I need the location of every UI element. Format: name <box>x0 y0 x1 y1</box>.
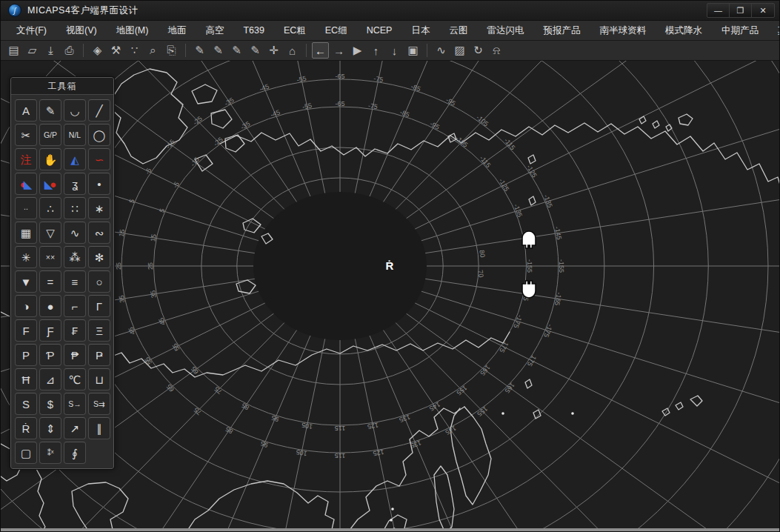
tools-button[interactable]: ⚒ <box>107 42 124 59</box>
home-button[interactable]: ⌂ <box>284 42 301 59</box>
tool-circle-half[interactable]: ◑ <box>15 295 37 317</box>
tool-s-arrow-2[interactable]: S⇉ <box>88 393 110 415</box>
tool-barb-gamma[interactable]: Γ <box>88 295 110 317</box>
tool-barb-f4[interactable]: Ξ <box>88 319 110 342</box>
menu-item-6[interactable]: T639 <box>233 21 274 40</box>
layers-button[interactable]: ◈ <box>89 42 106 59</box>
map-marker-2[interactable] <box>522 281 536 298</box>
tool-cut[interactable]: ✂ <box>15 124 37 146</box>
tool-trough[interactable]: ʓ <box>64 173 86 195</box>
tool-snow-1[interactable]: ✳ <box>15 246 37 268</box>
tool-wave-2[interactable]: ∾ <box>88 222 110 244</box>
tool-dot-1[interactable]: • <box>88 173 110 195</box>
tool-dots-4[interactable]: ∷ <box>64 197 86 219</box>
menu-item-9[interactable]: NCEP <box>357 21 402 40</box>
close-button[interactable]: ✕ <box>752 4 774 17</box>
tool-funnel[interactable]: ▽ <box>39 222 61 244</box>
tool-warm-front[interactable]: ∽ <box>88 148 110 170</box>
up-button[interactable]: ↑ <box>367 42 384 59</box>
tool-barb-p1[interactable]: P <box>15 344 37 366</box>
tool-open-curve[interactable]: ◡ <box>64 99 86 122</box>
menu-item-16[interactable]: 中期产品 <box>712 21 768 40</box>
open-folder-button[interactable]: ▱ <box>24 42 41 59</box>
menu-item-2[interactable]: 视图(V) <box>56 21 107 40</box>
tool-barb-p4[interactable]: Ҏ <box>88 344 110 366</box>
fit-view-button[interactable]: ✛ <box>265 42 282 59</box>
menu-item-1[interactable]: 文件(F) <box>7 21 56 40</box>
down-button[interactable]: ↓ <box>386 42 403 59</box>
menu-item-7[interactable]: EC粗 <box>274 21 316 40</box>
toolbox-title[interactable]: 工具箱 <box>11 78 113 95</box>
tool-grid-squares[interactable]: ▦ <box>15 222 37 244</box>
map-marker-1[interactable] <box>522 231 536 248</box>
forward-button[interactable]: → <box>330 42 347 59</box>
menu-item-4[interactable]: 地面 <box>158 21 196 40</box>
tool-nl-toggle[interactable]: N/L <box>64 124 86 146</box>
menu-item-11[interactable]: 云图 <box>439 21 477 40</box>
tool-arrow-ne[interactable]: ↗ <box>64 417 86 439</box>
tool-updown-arrows[interactable]: ⇕ <box>39 417 61 439</box>
play-button[interactable]: ▶ <box>349 42 366 59</box>
save-view-button[interactable]: ▣ <box>404 42 421 59</box>
tool-lines-2[interactable]: = <box>39 270 61 293</box>
tool-occluded-front[interactable]: ●◣ <box>15 173 37 195</box>
tool-snow-3[interactable]: ⁂ <box>64 246 86 268</box>
tool-snow-4[interactable]: ✻ <box>88 246 110 268</box>
tool-barb-p3[interactable]: ₱ <box>64 344 86 366</box>
tool-lines-3[interactable]: ≡ <box>64 270 86 293</box>
tool-gp-toggle[interactable]: G/P <box>39 124 61 146</box>
menu-item-3[interactable]: 地图(M) <box>107 21 159 40</box>
overlay-chart-button[interactable]: ▨ <box>451 42 468 59</box>
tool-dots-3[interactable]: ∴ <box>39 197 61 219</box>
tool-dots-5[interactable]: ∗ <box>88 197 110 219</box>
menu-item-17[interactable]: 其它规模 <box>768 21 780 40</box>
tool-stationary-front[interactable]: ◣● <box>39 173 61 195</box>
import-button[interactable]: ⤓ <box>42 42 59 59</box>
tool-double-curve[interactable]: ∥ <box>88 417 110 439</box>
edit-data-button-2[interactable]: ✎ <box>210 42 227 59</box>
menu-item-12[interactable]: 雷达闪电 <box>477 21 533 40</box>
menu-item-15[interactable]: 模式降水 <box>656 21 712 40</box>
tool-flag[interactable]: ⊿ <box>39 368 61 390</box>
tool-wave-1[interactable]: ∿ <box>64 222 86 244</box>
minimize-button[interactable]: — <box>707 4 730 17</box>
print-button[interactable]: ⎙ <box>61 42 78 59</box>
tool-pen[interactable]: ✎ <box>39 99 61 122</box>
tool-pan-hand[interactable]: ✋ <box>39 148 61 170</box>
menu-item-10[interactable]: 日本 <box>401 21 439 40</box>
tool-barb-f3[interactable]: ₣ <box>64 319 86 342</box>
tool-circle-outline[interactable]: ○ <box>88 270 110 293</box>
menu-item-5[interactable]: 高空 <box>196 21 233 40</box>
tool-funnel-x[interactable]: ▼ <box>15 270 37 293</box>
edit-data-button-4[interactable]: ✎ <box>247 42 264 59</box>
tool-text[interactable]: A <box>15 99 37 122</box>
tool-bracket[interactable]: ⊔ <box>88 368 110 390</box>
back-button[interactable]: ← <box>312 42 329 59</box>
settings-button[interactable]: ∵ <box>126 42 143 59</box>
edit-data-button-1[interactable]: ✎ <box>191 42 208 59</box>
cyclone-button[interactable]: ↻ <box>470 42 487 59</box>
tool-barb-f1[interactable]: F <box>15 319 37 342</box>
tool-s-dollar[interactable]: $ <box>39 393 61 415</box>
alarm-button[interactable]: ⍾ <box>488 42 505 59</box>
tool-s-arrow[interactable]: S→ <box>64 393 86 415</box>
tool-line-curve[interactable]: ╱ <box>88 99 110 122</box>
tool-s-curve[interactable]: S <box>15 393 37 415</box>
tool-cold-front[interactable]: ◭ <box>64 148 86 170</box>
new-file-button[interactable]: ▤ <box>5 42 22 59</box>
tool-barb-short[interactable]: ⌐ <box>64 295 86 317</box>
tool-barb-p5[interactable]: Ħ <box>15 368 37 390</box>
menu-item-13[interactable]: 预报产品 <box>533 21 590 40</box>
tool-scatter-x[interactable]: ⁑ˣ <box>39 442 61 464</box>
tool-temp-celsius[interactable]: ℃ <box>64 368 86 390</box>
tool-barb-p2[interactable]: Ƥ <box>39 344 61 366</box>
search-doc-button[interactable]: ⌕ <box>144 42 161 59</box>
restore-button[interactable]: ❐ <box>730 4 752 17</box>
tool-circle-filled[interactable]: ● <box>39 295 61 317</box>
clipboard-button[interactable]: ⎘ <box>163 42 180 59</box>
chart-button[interactable]: ∿ <box>433 42 450 59</box>
tool-region[interactable]: ▢ <box>15 442 37 464</box>
tool-dots-2[interactable]: ∙∙ <box>15 197 37 219</box>
menu-item-14[interactable]: 南半球资料 <box>590 21 656 40</box>
map-canvas[interactable]: -155-165-1751751651551451351251151059585… <box>1 61 780 530</box>
